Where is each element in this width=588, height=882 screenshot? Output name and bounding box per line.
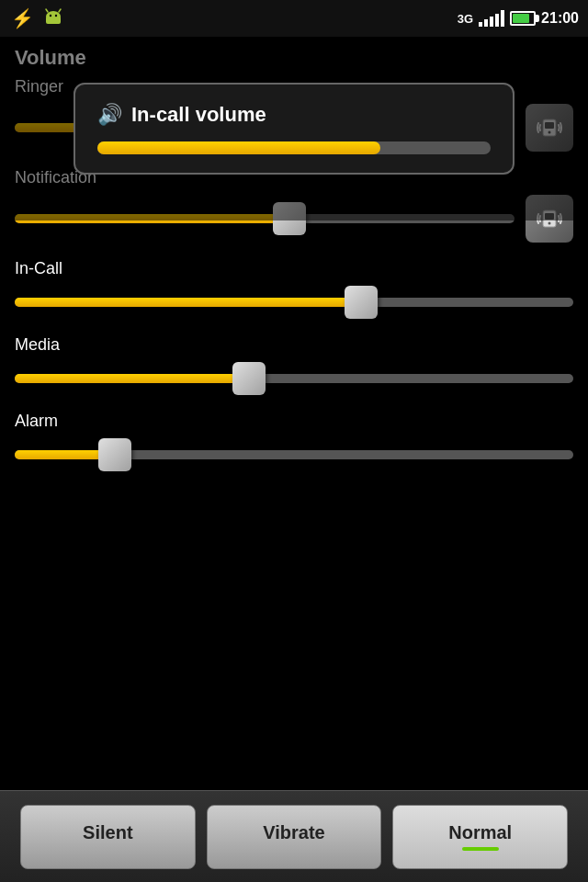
silent-label: Silent [83, 822, 132, 843]
svg-line-5 [59, 9, 61, 12]
media-label: Media [15, 335, 573, 355]
android-icon [40, 6, 66, 31]
alarm-slider[interactable] [15, 438, 573, 471]
popup-overlay: 🔊 In-call volume [0, 37, 588, 220]
3g-icon: 3G [458, 12, 473, 26]
vibrate-button[interactable]: Vibrate [207, 805, 382, 869]
bottom-buttons: Silent Vibrate Normal [0, 790, 588, 882]
time-display: 21:00 [541, 10, 579, 27]
incall-volume-popup: 🔊 In-call volume [74, 83, 514, 175]
svg-point-11 [548, 222, 551, 225]
vibrate-label: Vibrate [263, 822, 324, 843]
silent-button[interactable]: Silent [20, 805, 196, 869]
battery-icon [510, 11, 536, 26]
svg-point-3 [55, 15, 57, 17]
media-section: Media [15, 335, 573, 395]
media-slider[interactable] [15, 362, 573, 395]
svg-rect-1 [46, 17, 61, 24]
alarm-section: Alarm [15, 412, 573, 471]
svg-point-2 [50, 15, 51, 17]
incall-label: In-Call [15, 259, 573, 278]
usb-icon: ⚡ [9, 6, 35, 31]
normal-label: Normal [448, 822, 512, 843]
active-indicator [462, 847, 499, 851]
incall-slider[interactable] [15, 286, 573, 319]
normal-button[interactable]: Normal [392, 805, 568, 869]
alarm-label: Alarm [15, 412, 573, 431]
speaker-icon: 🔊 [97, 103, 122, 127]
status-bar: ⚡ 3G 21:00 [0, 0, 588, 37]
incall-section: In-Call [15, 259, 573, 319]
signal-bars-icon [479, 10, 504, 27]
svg-line-4 [46, 9, 48, 12]
popup-title: 🔊 In-call volume [97, 103, 491, 127]
popup-slider[interactable] [97, 141, 491, 154]
